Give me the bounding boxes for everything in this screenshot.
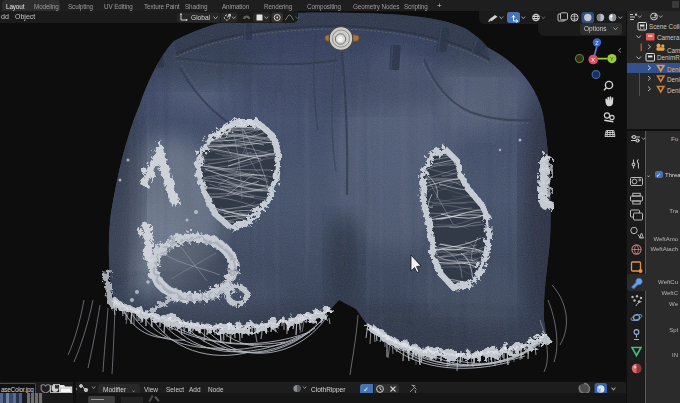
svg-text:Global: Global — [191, 14, 211, 21]
svg-text:Cam: Cam — [667, 47, 680, 54]
svg-text:DenimR: DenimR — [657, 54, 680, 61]
svg-text:Deni: Deni — [667, 66, 680, 73]
svg-text:Y: Y — [610, 56, 614, 62]
svg-text:Deni: Deni — [667, 87, 680, 94]
svg-text:Deni: Deni — [667, 76, 680, 83]
svg-text:X: X — [591, 57, 595, 63]
svg-text:Scene Colle: Scene Colle — [649, 23, 680, 30]
svg-text:Camera: Camera — [657, 34, 680, 41]
